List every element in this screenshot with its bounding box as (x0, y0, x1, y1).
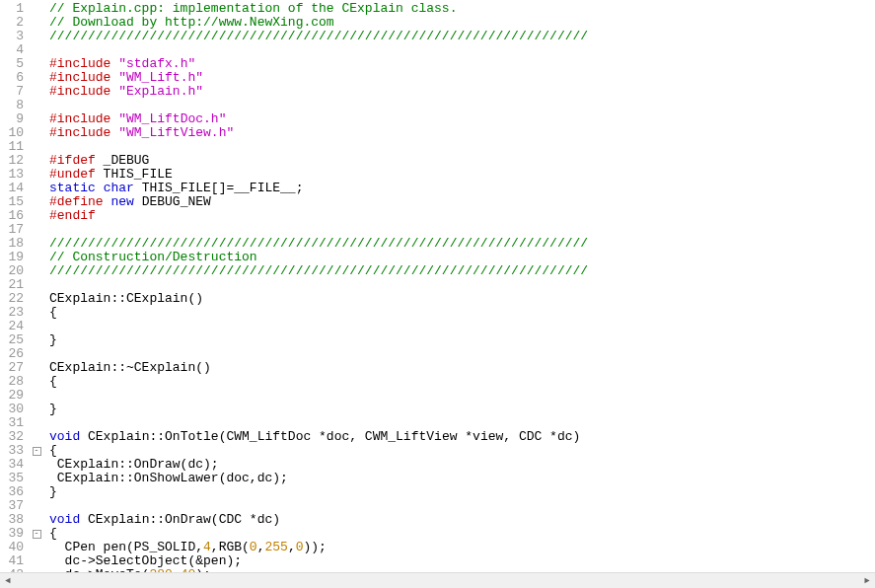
horizontal-scrollbar[interactable]: ◄ ► (0, 572, 875, 588)
fold-marker (30, 485, 43, 499)
code-line[interactable]: { (49, 444, 588, 458)
code-line[interactable] (49, 416, 588, 430)
code-line[interactable]: void CExplain::OnDraw(CDC *dc) (49, 513, 588, 527)
token: DEBUG_NEW (134, 194, 211, 209)
token: CExplain::~CExplain() (49, 360, 211, 375)
code-line[interactable]: { (49, 375, 588, 389)
line-number: 30 (4, 403, 24, 416)
fold-marker (30, 458, 43, 472)
fold-marker[interactable]: - (30, 444, 43, 458)
scroll-track[interactable] (16, 573, 859, 588)
code-line[interactable]: #include "stdafx.h" (49, 57, 588, 71)
code-line[interactable]: } (49, 333, 588, 347)
token: // Explain.cpp: implementation of the CE… (49, 1, 457, 16)
line-number: 7 (4, 85, 24, 99)
line-number: 6 (4, 71, 24, 85)
token: } (49, 484, 57, 499)
code-line[interactable]: } (49, 485, 588, 499)
code-line[interactable]: void CExplain::OnTotle(CWM_LiftDoc *doc,… (49, 430, 588, 444)
code-line[interactable] (49, 43, 588, 57)
code-line[interactable]: CExplain::OnDraw(dc); (49, 458, 588, 472)
line-number: 15 (4, 195, 24, 209)
fold-marker (30, 541, 43, 554)
token: )); (304, 540, 327, 554)
code-line[interactable]: CExplain::CExplain() (49, 292, 588, 306)
fold-marker (30, 209, 43, 223)
fold-column[interactable]: -- (30, 0, 43, 572)
token: 0 (296, 540, 304, 554)
code-line[interactable] (49, 223, 588, 237)
token: void (49, 429, 80, 444)
code-line[interactable]: // Download by http://www.NewXing.com (49, 16, 588, 30)
line-number: 31 (4, 416, 24, 430)
token: { (49, 526, 57, 541)
fold-collapse-icon[interactable]: - (33, 447, 41, 456)
code-line[interactable]: CPen pen(PS_SOLID,4,RGB(0,255,0)); (49, 541, 588, 554)
code-line[interactable]: } (49, 403, 588, 416)
fold-marker (30, 375, 43, 389)
scroll-right-button[interactable]: ► (859, 573, 875, 588)
fold-marker (30, 85, 43, 99)
token: ,RGB( (211, 540, 250, 554)
code-line[interactable]: #undef THIS_FILE (49, 168, 588, 182)
line-number: 13 (4, 168, 24, 182)
line-number: 10 (4, 126, 24, 140)
line-number: 26 (4, 347, 24, 361)
fold-marker (30, 154, 43, 168)
code-editor[interactable]: 1234567891011121314151617181920212223242… (0, 0, 875, 572)
code-line[interactable]: #endif (49, 209, 588, 223)
code-line[interactable]: // Explain.cpp: implementation of the CE… (49, 2, 588, 16)
token: { (49, 443, 57, 458)
code-line[interactable]: dc->SelectObject(&pen); (49, 554, 588, 568)
token: #ifdef (49, 153, 96, 168)
fold-marker (30, 389, 43, 403)
code-line[interactable]: #include "WM_LiftDoc.h" (49, 112, 588, 126)
scroll-left-button[interactable]: ◄ (0, 573, 16, 588)
token: _DEBUG (96, 153, 150, 168)
code-line[interactable]: ////////////////////////////////////////… (49, 237, 588, 251)
code-line[interactable]: CExplain::~CExplain() (49, 361, 588, 375)
code-line[interactable] (49, 347, 588, 361)
line-number: 20 (4, 264, 24, 278)
token: #include (49, 84, 118, 99)
code-line[interactable]: { (49, 306, 588, 320)
code-line[interactable]: #include "Explain.h" (49, 85, 588, 99)
code-line[interactable]: static char THIS_FILE[]=__FILE__; (49, 182, 588, 195)
code-line[interactable]: CExplain::OnShowLawer(doc,dc); (49, 472, 588, 485)
fold-marker (30, 57, 43, 71)
code-line[interactable] (49, 140, 588, 154)
code-line[interactable] (49, 99, 588, 112)
token: "WM_Lift.h" (118, 70, 203, 85)
token: CExplain::OnDraw(dc); (49, 457, 219, 472)
line-number: 5 (4, 57, 24, 71)
fold-marker (30, 306, 43, 320)
line-number: 24 (4, 320, 24, 333)
token: 0 (250, 540, 257, 554)
code-line[interactable]: ////////////////////////////////////////… (49, 264, 588, 278)
fold-marker (30, 403, 43, 416)
code-line[interactable]: #define new DEBUG_NEW (49, 195, 588, 209)
code-area[interactable]: // Explain.cpp: implementation of the CE… (43, 0, 588, 572)
code-line[interactable]: // Construction/Destruction (49, 251, 588, 264)
fold-marker[interactable]: - (30, 527, 43, 541)
line-number: 14 (4, 182, 24, 195)
fold-marker (30, 99, 43, 112)
code-line[interactable]: #include "WM_LiftView.h" (49, 126, 588, 140)
code-line[interactable]: ////////////////////////////////////////… (49, 30, 588, 43)
code-line[interactable]: #ifdef _DEBUG (49, 154, 588, 168)
code-line[interactable]: { (49, 527, 588, 541)
line-number: 19 (4, 251, 24, 264)
code-line[interactable]: #include "WM_Lift.h" (49, 71, 588, 85)
token: dc->SelectObject(&pen); (49, 553, 242, 568)
fold-marker (30, 264, 43, 278)
token (96, 181, 104, 195)
line-number: 3 (4, 30, 24, 43)
code-line[interactable] (49, 389, 588, 403)
code-line[interactable] (49, 320, 588, 333)
code-line[interactable] (49, 278, 588, 292)
token: #undef (49, 167, 96, 182)
line-number: 21 (4, 278, 24, 292)
code-line[interactable] (49, 499, 588, 513)
fold-collapse-icon[interactable]: - (33, 530, 41, 539)
fold-marker (30, 333, 43, 347)
